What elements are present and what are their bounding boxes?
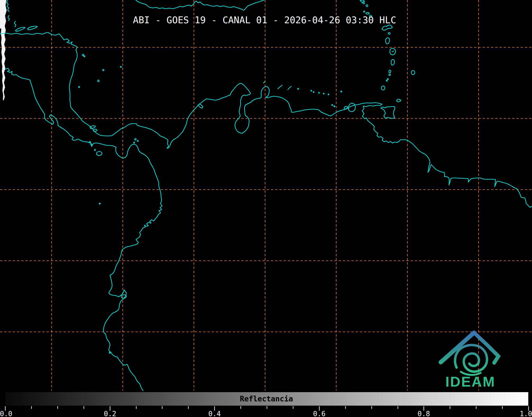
tick-label: 0.8	[418, 410, 430, 417]
colorbar-tick-labels: 0.0 0.2 0.4 0.6 0.8 1.0	[0, 410, 532, 417]
ideam-logo-text: IDEAM	[445, 374, 495, 389]
tick-label: 0.4	[208, 410, 221, 417]
tick-label: 0.6	[313, 410, 326, 417]
colorbar-label: Reflectancia	[240, 395, 293, 403]
tick-label: 0.0	[0, 410, 12, 417]
map-background	[0, 0, 532, 391]
image-title: ABI - GOES 19 - CANAL 01 - 2026-04-26 03…	[133, 15, 396, 25]
satellite-image-viewer: ABI - GOES 19 - CANAL 01 - 2026-04-26 03…	[0, 0, 532, 417]
colorbar: Reflectancia 0.0 0.2 0.4 0.6 0.8 1.0	[0, 392, 532, 417]
tick-label: 1.0	[520, 410, 532, 417]
colorbar-ticks	[5, 406, 529, 411]
tick-label: 0.2	[104, 410, 116, 417]
map-canvas: ABI - GOES 19 - CANAL 01 - 2026-04-26 03…	[0, 0, 532, 417]
